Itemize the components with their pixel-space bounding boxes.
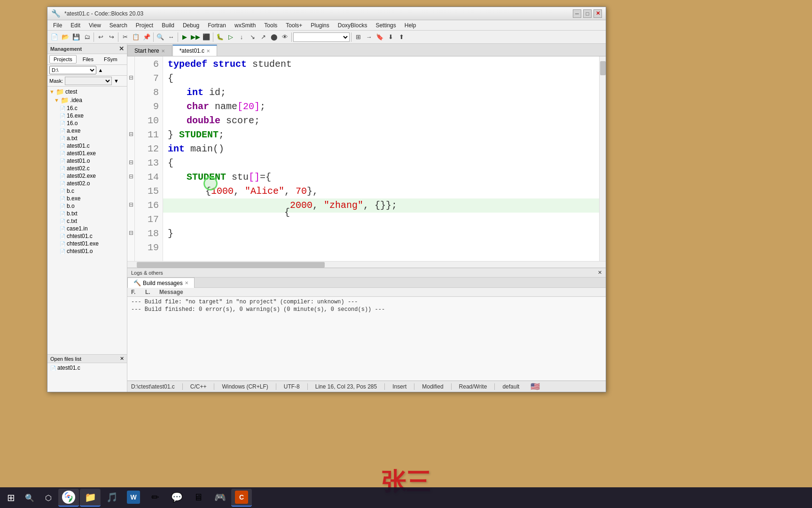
toolbar-debug[interactable]: 🐛 (215, 32, 225, 42)
tree-file-chtest01o[interactable]: 📄 chtest01.o (48, 247, 126, 255)
code-line-12[interactable]: int main() (163, 142, 606, 156)
vertical-scroll-thumb[interactable] (600, 61, 606, 75)
tree-file-atest02exe[interactable]: 📄 atest02.exe (48, 172, 126, 180)
toolbar-breakpoint[interactable]: ⬤ (269, 32, 279, 42)
toolbar-save-all[interactable]: 🗂 (82, 32, 92, 42)
management-close-icon[interactable]: ✕ (119, 45, 124, 52)
code-line-17[interactable] (163, 213, 606, 227)
toolbar-run[interactable]: ▶ (180, 32, 190, 42)
toolbar-target-combo[interactable] (293, 32, 350, 42)
taskbar-explorer[interactable]: 📁 (80, 489, 101, 507)
tree-file-bc[interactable]: 📄 b.c (48, 187, 126, 195)
tree-file-bo[interactable]: 📄 b.o (48, 202, 126, 210)
gutter-11[interactable]: ⊟ (127, 127, 134, 141)
mask-down-icon[interactable]: ▼ (112, 77, 120, 85)
menu-settings[interactable]: Settings (372, 21, 399, 30)
tree-file-aexe[interactable]: 📄 a.exe (48, 127, 126, 135)
gutter-14[interactable]: ⊟ (127, 169, 134, 183)
menu-wxsmith[interactable]: wxSmith (231, 21, 259, 30)
code-line-18[interactable]: } (163, 227, 606, 241)
code-line-10[interactable]: double score; (163, 114, 606, 128)
toolbar-bookmark-prev[interactable]: ⬆ (396, 32, 406, 42)
tree-folder-ctest[interactable]: ▼ 📁 ctest (48, 87, 126, 96)
code-editor[interactable]: ⊟ ⊟ ⊟ ⊟ ⊟ ⊟ 6 7 (127, 56, 606, 261)
taskbar-search-button[interactable]: 🔍 (21, 489, 39, 507)
toolbar-bookmark-next[interactable]: ⬇ (385, 32, 396, 42)
toolbar-step-out[interactable]: ↗ (258, 32, 268, 42)
code-line-7[interactable]: { (163, 71, 606, 86)
mask-combo[interactable] (65, 77, 112, 85)
drive-combo[interactable]: D:\ (49, 66, 96, 74)
taskbar-game[interactable]: 🎮 (210, 489, 230, 507)
tree-file-16o[interactable]: 📄 16.o (48, 119, 126, 127)
menu-edit[interactable]: Edit (67, 21, 84, 30)
gutter-16[interactable]: ⊟ (127, 198, 134, 212)
toolbar-undo[interactable]: ↩ (95, 32, 106, 42)
code-area[interactable]: typedef struct student { int id; (163, 56, 606, 261)
toolbar-bookmark[interactable]: 🔖 (375, 32, 385, 42)
tree-file-16c[interactable]: 📄 16.c (48, 104, 126, 112)
maximize-button[interactable]: □ (583, 9, 592, 18)
menu-fortran[interactable]: Fortran (204, 21, 230, 30)
tab-atest01c[interactable]: *atest01.c ✕ (172, 45, 217, 56)
minimize-button[interactable]: ─ (573, 9, 581, 18)
tab-projects[interactable]: Projects (49, 55, 77, 64)
menu-plugins[interactable]: Plugins (307, 21, 333, 30)
menu-toolsplus[interactable]: Tools+ (282, 21, 306, 30)
tree-file-atxt[interactable]: 📄 a.txt (48, 135, 126, 142)
toolbar-next-line[interactable]: ↓ (236, 32, 247, 42)
toolbar-cut[interactable]: ✂ (120, 32, 130, 42)
taskbar-note[interactable]: ✏ (145, 489, 165, 507)
vertical-scrollbar[interactable] (599, 56, 606, 261)
tree-file-btxt[interactable]: 📄 b.txt (48, 210, 126, 217)
toolbar-watch[interactable]: 👁 (280, 32, 290, 42)
menu-doxyblocks[interactable]: DoxyBlocks (334, 21, 371, 30)
toolbar-stop[interactable]: ⬛ (201, 32, 211, 42)
toolbar-find[interactable]: 🔍 (155, 32, 165, 42)
toolbar-paste[interactable]: 📌 (141, 32, 152, 42)
code-line-11[interactable]: } STUDENT ; (163, 128, 606, 142)
tree-file-chtest01c[interactable]: 📄 chtest01.c (48, 232, 126, 240)
taskbar-monitor[interactable]: 🖥 (188, 489, 209, 507)
toolbar-open[interactable]: 📂 (60, 32, 70, 42)
menu-debug[interactable]: Debug (179, 21, 203, 30)
tab-start-here[interactable]: Start here ✕ (127, 45, 172, 56)
tree-folder-idea[interactable]: ▼ 📁 .idea (48, 96, 126, 104)
tab-atest01c-close[interactable]: ✕ (206, 48, 210, 54)
taskbar-chrome[interactable] (58, 489, 79, 507)
menu-search[interactable]: Search (106, 21, 131, 30)
gutter-13[interactable]: ⊟ (127, 155, 134, 169)
menu-tools[interactable]: Tools (260, 21, 281, 30)
taskbar-mediaplayer[interactable]: 🎵 (102, 489, 122, 507)
tree-file-atest01c[interactable]: 📄 atest01.c (48, 142, 126, 150)
tab-fsym[interactable]: FSym (100, 55, 122, 64)
code-line-6[interactable]: typedef struct student (163, 57, 606, 71)
code-line-9[interactable]: char name [ 20 ] ; (163, 100, 606, 114)
tree-file-ctxt[interactable]: 📄 c.txt (48, 217, 126, 225)
taskbar-codeblocks[interactable]: C (231, 489, 252, 507)
menu-build[interactable]: Build (158, 21, 178, 30)
drive-up-button[interactable]: ▲ (96, 66, 105, 74)
tree-file-atest02o[interactable]: 📄 atest02.o (48, 180, 126, 187)
toolbar-new[interactable]: 📄 (49, 32, 60, 42)
toolbar-step-in[interactable]: ↘ (247, 32, 258, 42)
horizontal-scroll-thumb[interactable] (137, 262, 325, 268)
toolbar-grid[interactable]: ⊞ (353, 32, 363, 42)
close-button[interactable]: ✕ (593, 9, 602, 18)
toolbar-build-run[interactable]: ▶▶ (190, 32, 201, 42)
tree-file-atest01o[interactable]: 📄 atest01.o (48, 157, 126, 165)
logs-close-icon[interactable]: ✕ (598, 270, 602, 276)
code-line-13[interactable]: { (163, 156, 606, 170)
toolbar-save[interactable]: 💾 (71, 32, 81, 42)
tree-file-atest01exe[interactable]: 📄 atest01.exe (48, 150, 126, 157)
horizontal-scrollbar[interactable] (127, 261, 606, 268)
toolbar-arrow-fwd[interactable]: → (364, 32, 374, 42)
toolbar-debug-run[interactable]: ▷ (226, 32, 236, 42)
tree-file-16exe[interactable]: 📄 16.exe (48, 112, 126, 119)
taskbar-taskview-button[interactable]: ⬡ (39, 489, 57, 507)
tree-file-case1in[interactable]: 📄 case1.in (48, 225, 126, 232)
gutter-18[interactable]: ⊟ (127, 226, 134, 240)
open-files-close-icon[interactable]: ✕ (120, 356, 124, 362)
tree-file-bexe[interactable]: 📄 b.exe (48, 195, 126, 202)
menu-file[interactable]: File (49, 21, 66, 30)
